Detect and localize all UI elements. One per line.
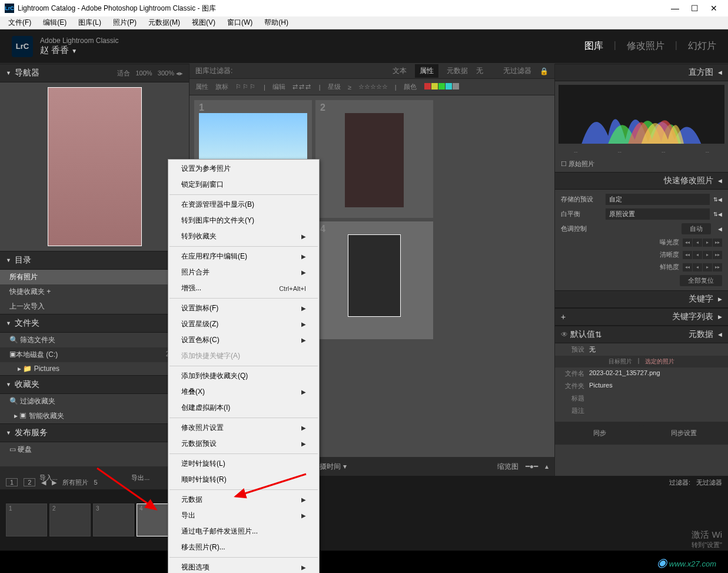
- lock-icon[interactable]: 🔒: [540, 67, 549, 75]
- color-swatches[interactable]: [424, 83, 459, 91]
- eye-icon[interactable]: 👁: [561, 330, 568, 339]
- filter-none[interactable]: 无: [476, 66, 483, 76]
- filter-text[interactable]: 文本: [393, 66, 407, 76]
- film-thumb-3[interactable]: 3: [93, 504, 134, 536]
- filter-attribute[interactable]: 属性: [415, 64, 438, 78]
- collections-filter[interactable]: 🔍 过滤收藏夹: [0, 394, 189, 409]
- flag-icons[interactable]: ⚐⚐⚐: [235, 83, 257, 91]
- meta-caption[interactable]: [589, 406, 723, 415]
- ctx-dev-settings[interactable]: 修改照片设置▶: [168, 420, 319, 436]
- target-photo-tab[interactable]: 目标照片: [609, 357, 632, 366]
- ctx-view-options[interactable]: 视图选项▶: [168, 559, 319, 573]
- menu-help[interactable]: 帮助(H): [258, 16, 294, 29]
- ctx-rotate-cw[interactable]: 顺时针旋转(R): [168, 472, 319, 488]
- meta-folder[interactable]: Pictures: [589, 382, 723, 390]
- ctx-lock-second[interactable]: 锁定到副窗口: [168, 177, 319, 193]
- edit-icons[interactable]: ⇄⇄⇄: [292, 83, 312, 91]
- meta-title[interactable]: [589, 394, 723, 403]
- sync-button[interactable]: 同步: [559, 425, 640, 441]
- maximize-button[interactable]: ☐: [691, 4, 699, 13]
- menu-edit[interactable]: 编辑(E): [37, 16, 72, 29]
- rating-stars[interactable]: ☆☆☆☆☆: [358, 83, 388, 91]
- ctx-meta-preset[interactable]: 元数据预设▶: [168, 436, 319, 452]
- grid-cell-2[interactable]: 2: [315, 100, 433, 218]
- ctx-rotate-ccw[interactable]: 逆时针旋转(L): [168, 456, 319, 472]
- preset-value[interactable]: 自定: [606, 194, 710, 205]
- ctx-edit-in[interactable]: 在应用程序中编辑(E)▶: [168, 249, 319, 264]
- ctx-export[interactable]: 导出▶: [168, 508, 319, 524]
- ctx-email[interactable]: 通过电子邮件发送照片...: [168, 524, 319, 539]
- quickdev-header[interactable]: 快速修改照片◀: [555, 172, 728, 190]
- rating-op[interactable]: ≥: [348, 84, 351, 91]
- thumb-slider[interactable]: ━●━: [526, 462, 538, 471]
- filmstrip-source[interactable]: 所有照片 5: [62, 478, 97, 487]
- menu-metadata[interactable]: 元数据(M): [142, 16, 186, 29]
- user-name[interactable]: 赵 香香: [40, 45, 69, 55]
- ctx-remove-photo[interactable]: 移去照片(R)...: [168, 539, 319, 555]
- vibrance-stepper[interactable]: ◂◂◂▸▸▸: [683, 263, 722, 271]
- collections-header[interactable]: ▼收藏夹+: [0, 375, 189, 394]
- exposure-stepper[interactable]: ◂◂◂▸▸▸: [683, 239, 722, 247]
- original-photo-check[interactable]: ☐ 原始照片: [555, 156, 728, 172]
- ctx-photo-merge[interactable]: 照片合并▶: [168, 264, 319, 280]
- module-library[interactable]: 图库: [584, 40, 603, 52]
- ctx-add-quick[interactable]: 添加到快捷收藏夹(Q): [168, 368, 319, 384]
- ctx-show-explorer[interactable]: 在资源管理器中显示(B): [168, 197, 319, 213]
- toolbar-expand[interactable]: ▴: [545, 462, 549, 471]
- ctx-virtual-copy[interactable]: 创建虚拟副本(I): [168, 400, 319, 416]
- filter-preset[interactable]: 无过滤器: [503, 66, 531, 76]
- nav-fwd-icon[interactable]: ▶: [52, 479, 56, 486]
- publish-header[interactable]: ▼发布服务+: [0, 423, 189, 442]
- ctx-goto-folder[interactable]: 转到图库中的文件夹(Y): [168, 213, 319, 228]
- metadata-header[interactable]: 👁 默认值 ⇅元数据◀: [555, 326, 728, 343]
- module-slideshow[interactable]: 幻灯片: [688, 40, 716, 52]
- ctx-metadata[interactable]: 元数据▶: [168, 492, 319, 508]
- meta-filename[interactable]: 2023-02-21_135727.png: [589, 369, 723, 378]
- ctx-set-rating[interactable]: 设置星级(Z)▶: [168, 316, 319, 332]
- folders-header[interactable]: ▼文件夹+ ▾: [0, 314, 189, 333]
- filmstrip[interactable]: 1 2 3 4 5: [0, 489, 728, 551]
- close-button[interactable]: ✕: [710, 4, 717, 13]
- clarity-stepper[interactable]: ◂◂◂▸▸▸: [683, 251, 722, 259]
- module-develop[interactable]: 修改照片: [627, 40, 664, 52]
- minimize-button[interactable]: —: [671, 4, 679, 13]
- folders-disk[interactable]: ▣ 本地磁盘 (C:)2.0 /: [0, 347, 189, 362]
- catalog-last-import[interactable]: 上一次导入: [0, 299, 189, 314]
- folders-pictures[interactable]: ▸ 📁 Pictures: [0, 362, 189, 375]
- menu-window[interactable]: 窗口(W): [221, 16, 258, 29]
- nav-back-icon[interactable]: ◀: [41, 479, 46, 486]
- grid-cell-4[interactable]: 4: [315, 221, 433, 339]
- navigator-preview[interactable]: [0, 82, 189, 251]
- ctx-set-label[interactable]: 设置色标(C)▶: [168, 332, 319, 348]
- filmstrip-filter-value[interactable]: 无过滤器: [696, 478, 722, 487]
- view-loupe-icon[interactable]: 2: [24, 478, 35, 486]
- meta-preset-value[interactable]: 无: [589, 345, 723, 354]
- ctx-set-flag[interactable]: 设置旗标(F)▶: [168, 300, 319, 316]
- film-thumb-1[interactable]: 1: [6, 504, 47, 536]
- catalog-quick-collection[interactable]: 快捷收藏夹 +: [0, 284, 189, 299]
- selected-photo-tab[interactable]: 选定的照片: [645, 357, 674, 366]
- auto-tone-button[interactable]: 自动: [682, 223, 711, 234]
- ctx-enhance[interactable]: 增强...Ctrl+Alt+I: [168, 280, 319, 296]
- menu-view[interactable]: 视图(V): [186, 16, 221, 29]
- publish-hdd[interactable]: ▭ 硬盘: [0, 442, 189, 457]
- keywords-header[interactable]: 关键字▶: [555, 290, 728, 308]
- menu-library[interactable]: 图库(L): [72, 16, 107, 29]
- reset-all-button[interactable]: 全部复位: [680, 275, 722, 286]
- ctx-goto-collection[interactable]: 转到收藏夹▶: [168, 228, 319, 244]
- ctx-stacking[interactable]: 堆叠(X)▶: [168, 384, 319, 400]
- histogram-header[interactable]: 直方图◀: [555, 64, 728, 81]
- wb-value[interactable]: 原照设置: [606, 208, 710, 220]
- view-grid-icon[interactable]: 1: [6, 478, 18, 486]
- histogram-display[interactable]: [559, 85, 724, 144]
- keyword-list-header[interactable]: +关键字列表▶: [555, 308, 728, 326]
- navigator-header[interactable]: ▼导航器 适合 100% 300% ◂▸: [0, 64, 189, 82]
- catalog-all-photos[interactable]: 所有照片: [0, 270, 189, 284]
- film-thumb-2[interactable]: 2: [49, 504, 91, 536]
- folders-filter[interactable]: 🔍 筛选文件夹: [0, 333, 189, 347]
- menu-photo[interactable]: 照片(P): [107, 16, 142, 29]
- sync-settings-button[interactable]: 同步设置: [643, 425, 724, 441]
- catalog-header[interactable]: ▼目录: [0, 251, 189, 270]
- ctx-set-reference[interactable]: 设置为参考照片: [168, 161, 319, 177]
- smart-collections[interactable]: ▸ ▣ 智能收藏夹: [0, 409, 189, 423]
